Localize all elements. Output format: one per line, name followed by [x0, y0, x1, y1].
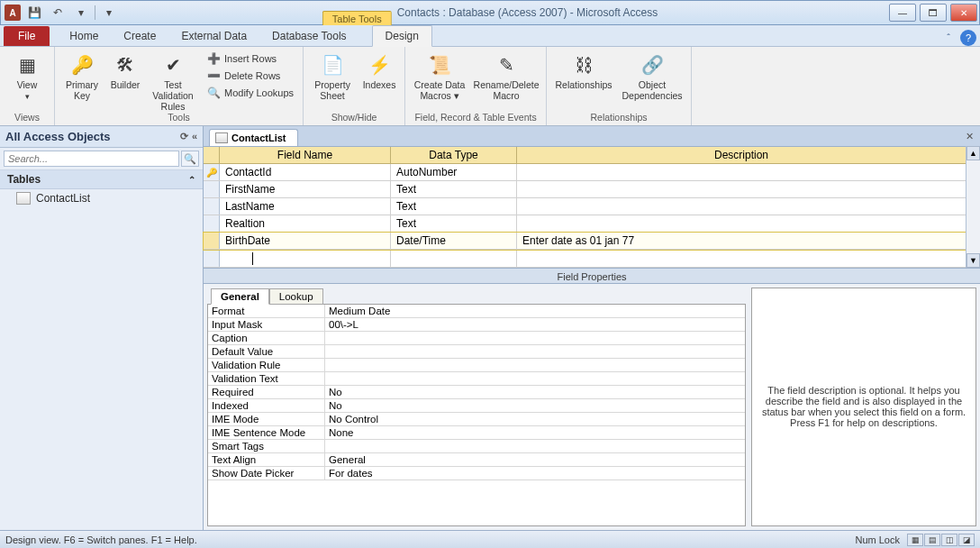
design-row[interactable]: FirstNameText [204, 181, 966, 198]
row-selector[interactable]: 🔑 [204, 164, 220, 180]
description-cell[interactable] [517, 164, 966, 180]
close-button[interactable]: ✕ [950, 4, 977, 22]
row-selector[interactable] [204, 198, 220, 215]
design-row[interactable] [204, 250, 966, 268]
row-selector[interactable] [204, 215, 220, 232]
view-pivotchart-button[interactable]: ◪ [958, 534, 975, 546]
property-row[interactable]: FormatMedium Date [208, 305, 745, 318]
scroll-down-icon[interactable]: ▼ [966, 253, 980, 268]
nav-collapse-icon[interactable]: « [192, 131, 197, 142]
design-row[interactable]: RealtionText [204, 215, 966, 233]
data-type-cell[interactable]: Text [391, 215, 517, 232]
property-row[interactable]: Default Value [208, 345, 745, 359]
data-type-cell[interactable]: AutoNumber [391, 164, 517, 180]
property-value[interactable] [325, 345, 745, 358]
tab-home[interactable]: Home [57, 26, 111, 46]
data-type-cell[interactable]: Text [391, 198, 517, 215]
property-row[interactable]: IndexedNo [208, 399, 745, 413]
test-validation-button[interactable]: ✔ Test Validation Rules [147, 49, 199, 112]
property-value[interactable]: No [325, 399, 745, 412]
property-value[interactable] [325, 440, 745, 452]
property-value[interactable]: No [325, 386, 745, 398]
design-row[interactable]: 🔑ContactIdAutoNumber [204, 164, 966, 181]
indexes-button[interactable]: ⚡ Indexes [359, 49, 399, 90]
view-pivottable-button[interactable]: ◫ [941, 534, 957, 546]
tab-general[interactable]: General [211, 288, 269, 305]
nav-refresh-icon[interactable]: ⟳ [180, 131, 188, 142]
col-field-name[interactable]: Field Name [220, 147, 391, 163]
field-name-cell[interactable] [220, 250, 391, 267]
tab-create[interactable]: Create [111, 26, 168, 46]
create-data-macros-button[interactable]: 📜 Create Data Macros ▾ [411, 49, 468, 101]
delete-rows-button[interactable]: ➖Delete Rows [203, 68, 297, 84]
description-cell[interactable] [517, 181, 966, 197]
data-type-cell[interactable]: Date/Time [391, 233, 517, 249]
property-value[interactable] [325, 359, 745, 371]
description-cell[interactable] [517, 215, 966, 232]
tab-design[interactable]: Design [372, 25, 432, 47]
property-value[interactable] [325, 372, 745, 385]
minimize-ribbon-icon[interactable]: ˆ [940, 30, 957, 46]
property-value[interactable]: No Control [325, 413, 745, 425]
col-data-type[interactable]: Data Type [391, 147, 517, 163]
property-row[interactable]: Validation Rule [208, 359, 745, 372]
maximize-button[interactable]: 🗖 [920, 4, 947, 22]
collapse-group-icon[interactable]: ⌃ [188, 175, 195, 185]
property-row[interactable]: RequiredNo [208, 386, 745, 399]
builder-button[interactable]: 🛠 Builder [107, 49, 143, 90]
field-name-cell[interactable]: FirstName [220, 181, 391, 197]
property-row[interactable]: Validation Text [208, 372, 745, 386]
row-selector[interactable] [204, 250, 220, 267]
search-input[interactable] [4, 151, 179, 167]
field-name-cell[interactable]: BirthDate [220, 233, 391, 249]
view-button[interactable]: ▦ View ▾ [5, 49, 49, 101]
data-type-cell[interactable]: Text [391, 181, 517, 197]
field-name-cell[interactable]: Realtion [220, 215, 391, 232]
field-name-cell[interactable]: LastName [220, 198, 391, 215]
relationships-button[interactable]: ⛓ Relationships [552, 49, 615, 90]
close-document-button[interactable]: ✕ [962, 129, 976, 143]
modify-lookups-button[interactable]: 🔍Modify Lookups [203, 85, 297, 101]
object-dependencies-button[interactable]: 🔗 Object Dependencies [619, 49, 685, 101]
field-name-cell[interactable]: ContactId [220, 164, 391, 180]
file-tab[interactable]: File [4, 26, 50, 46]
property-value[interactable] [325, 332, 745, 344]
qat-save-icon[interactable]: 💾 [24, 4, 44, 22]
tab-lookup[interactable]: Lookup [269, 288, 323, 305]
property-value[interactable]: General [325, 453, 745, 466]
minimize-button[interactable]: — [889, 4, 916, 22]
rename-delete-macro-button[interactable]: ✎ Rename/Delete Macro [472, 49, 540, 101]
row-selector[interactable] [204, 181, 220, 197]
property-value[interactable]: None [325, 426, 745, 439]
nav-group-tables[interactable]: Tables ⌃ [0, 170, 203, 189]
tab-external-data[interactable]: External Data [168, 26, 259, 46]
property-value[interactable]: 00\->L [325, 318, 745, 331]
description-cell[interactable] [517, 198, 966, 215]
qat-undo-icon[interactable]: ↶ [48, 4, 68, 22]
search-button[interactable]: 🔍 [181, 151, 199, 167]
view-datasheet-button[interactable]: ▤ [924, 534, 940, 546]
property-row[interactable]: Show Date PickerFor dates [208, 467, 745, 480]
doc-tab-contactlist[interactable]: ContactList [209, 129, 298, 146]
primary-key-button[interactable]: 🔑 Primary Key [60, 49, 104, 101]
nav-header[interactable]: All Access Objects ⟳ « [0, 126, 203, 148]
property-row[interactable]: Caption [208, 332, 745, 345]
nav-item-contactlist[interactable]: ContactList [0, 189, 203, 207]
property-row[interactable]: Smart Tags [208, 440, 745, 453]
qat-customize-icon[interactable]: ▾ [99, 4, 119, 22]
description-cell[interactable]: Enter date as 01 jan 77 [517, 233, 966, 249]
data-type-cell[interactable] [391, 250, 517, 267]
help-icon[interactable]: ? [960, 30, 976, 46]
property-value[interactable]: Medium Date [325, 305, 745, 317]
col-description[interactable]: Description [517, 147, 966, 163]
property-row[interactable]: Text AlignGeneral [208, 453, 745, 467]
design-row[interactable]: LastNameText [204, 198, 966, 215]
vertical-scrollbar[interactable]: ▲ ▼ [966, 146, 980, 268]
property-row[interactable]: IME Sentence ModeNone [208, 426, 745, 440]
property-sheet-button[interactable]: 📄 Property Sheet [309, 49, 356, 101]
design-row[interactable]: BirthDateDate/TimeEnter date as 01 jan 7… [204, 233, 966, 250]
view-design-button[interactable]: ▦ [907, 534, 923, 546]
description-cell[interactable] [517, 250, 966, 267]
property-row[interactable]: IME ModeNo Control [208, 413, 745, 426]
qat-redo-icon[interactable]: ▾ [71, 4, 91, 22]
